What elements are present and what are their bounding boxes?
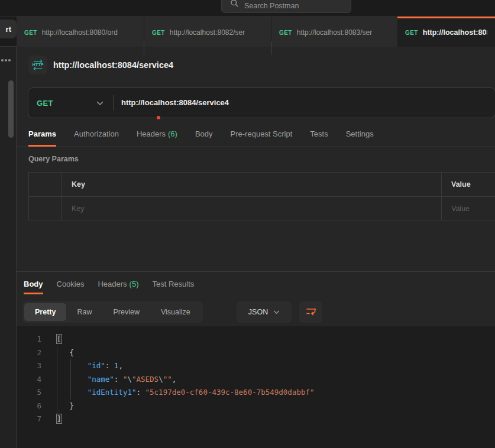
- code-line: 5 "idEntity1": "5c197de0-cf60-439c-8e60-…: [17, 386, 495, 400]
- method-badge: GET: [24, 30, 37, 36]
- unsaved-change-dot: [157, 116, 160, 119]
- format-value: JSON: [248, 308, 268, 316]
- tab-body[interactable]: Body: [195, 122, 213, 147]
- code-line: 1[: [17, 333, 495, 346]
- line-number: 1: [17, 333, 41, 346]
- indent-guide: [70, 359, 71, 400]
- value-input-cell[interactable]: Value: [442, 197, 495, 220]
- sidebar-scrollbar-thumb[interactable]: [8, 80, 14, 138]
- line-number: 3: [17, 359, 41, 373]
- table-input-row: Key Value: [29, 196, 495, 220]
- request-tabs-row: Params Authorization Headers (6) Body Pr…: [17, 122, 495, 147]
- response-tabs-row: Body Cookies Headers (5) Test Results: [17, 274, 495, 294]
- view-preview-button[interactable]: Preview: [102, 303, 150, 321]
- format-dropdown[interactable]: JSON: [237, 301, 292, 323]
- response-headers-count-badge: (5): [130, 280, 139, 288]
- code-line: 3 "id": 1,: [17, 359, 495, 373]
- view-raw-button[interactable]: Raw: [66, 303, 102, 321]
- view-mode-segmented-control: Pretty Raw Preview Visualize: [22, 301, 203, 323]
- line-number: 4: [17, 373, 41, 387]
- tab-tests[interactable]: Tests: [310, 122, 328, 147]
- text-fade: [253, 20, 271, 47]
- url-bar: GET http://localhost:8084/service4: [28, 87, 495, 118]
- chevron-down-icon: [96, 99, 103, 108]
- tab-url: http://localhost:8082/ser: [170, 28, 245, 37]
- left-sidebar-rail: [0, 47, 17, 448]
- url-input[interactable]: http://localhost:8084/service4: [121, 88, 229, 118]
- text-fade: [126, 20, 144, 47]
- line-number: 5: [17, 386, 41, 400]
- request-tab-2[interactable]: GET http://localhost:8082/ser: [144, 17, 271, 47]
- divider: [113, 95, 114, 111]
- method-dropdown[interactable]: GET: [28, 88, 113, 118]
- view-pretty-button[interactable]: Pretty: [24, 303, 66, 321]
- tab-params[interactable]: Params: [28, 122, 56, 147]
- wrap-lines-icon: [305, 306, 317, 319]
- response-tab-headers[interactable]: Headers (5): [98, 274, 138, 294]
- tab-settings[interactable]: Settings: [346, 122, 374, 147]
- tab-authorization[interactable]: Authorization: [74, 122, 119, 147]
- drag-handle-dots-icon: [1, 59, 11, 61]
- method-badge: GET: [152, 30, 165, 36]
- tab-headers[interactable]: Headers (6): [137, 122, 177, 147]
- request-tab-3[interactable]: GET http://localhost:8083/ser: [271, 17, 397, 47]
- line-number: 6: [17, 400, 41, 413]
- line-number: 7: [17, 413, 41, 426]
- tab-headers-label: Headers: [137, 129, 166, 138]
- code-line: 4 "name": "\"ASEDS\"",: [17, 373, 495, 387]
- response-code: 1[2 {3 "id": 1,4 "name": "\"ASEDS\"",5 "…: [17, 326, 495, 448]
- request-tab-4-active[interactable]: GET http://localhost:808: [397, 17, 495, 47]
- query-params-table: Key Value Key Value: [28, 172, 495, 220]
- http-icon-label: HTTP: [32, 62, 43, 67]
- key-column-header: Key: [62, 173, 442, 196]
- response-headers-label: Headers: [98, 280, 127, 288]
- method-value: GET: [37, 99, 53, 108]
- response-tab-test-results[interactable]: Test Results: [153, 274, 195, 294]
- wrap-lines-button[interactable]: [299, 301, 322, 323]
- indent-guide: [57, 346, 57, 413]
- checkbox-column-header: [29, 173, 62, 196]
- table-header-row: Key Value: [29, 173, 495, 196]
- code-line: 6 }: [17, 400, 495, 413]
- view-visualize-button[interactable]: Visualize: [150, 303, 201, 321]
- response-section-divider[interactable]: [17, 271, 495, 272]
- top-header-bar: Search Postman: [0, 0, 495, 17]
- partial-sidebar-button[interactable]: rt: [0, 20, 17, 38]
- tab-separator: [271, 41, 271, 55]
- response-tab-body[interactable]: Body: [24, 274, 43, 294]
- request-title: http://localhost:8084/service4: [53, 56, 173, 74]
- global-search-input[interactable]: Search Postman: [221, 0, 351, 13]
- method-badge: GET: [405, 30, 418, 36]
- text-fade: [380, 20, 397, 47]
- request-tab-1[interactable]: GET http://localhost:8080/ord: [17, 17, 144, 47]
- http-request-icon: HTTP: [28, 56, 47, 74]
- tab-url: http://localhost:8083/ser: [297, 28, 372, 37]
- query-params-heading: Query Params: [28, 155, 79, 163]
- tab-url: http://localhost:808: [423, 28, 487, 37]
- checkbox-cell[interactable]: [29, 197, 62, 220]
- key-input-cell[interactable]: Key: [62, 197, 442, 220]
- tab-pre-request-script[interactable]: Pre-request Script: [231, 122, 293, 147]
- method-badge: GET: [279, 30, 292, 36]
- line-number: 2: [17, 346, 41, 360]
- value-column-header: Value: [442, 173, 495, 196]
- tab-url: http://localhost:8080/ord: [42, 28, 118, 37]
- response-tab-cookies[interactable]: Cookies: [57, 274, 85, 294]
- postman-app-window: Search Postman rt GET http://localhost:8…: [0, 0, 495, 448]
- headers-count-badge: (6): [168, 129, 177, 138]
- chevron-down-icon: [273, 308, 280, 316]
- code-line: 7]: [17, 413, 495, 426]
- code-line: 2 {: [17, 346, 495, 360]
- request-tab-strip: rt GET http://localhost:8080/ord GET htt…: [0, 17, 495, 47]
- tab-separator: [144, 41, 144, 55]
- search-placeholder: Search Postman: [244, 2, 299, 10]
- search-icon: [230, 0, 239, 10]
